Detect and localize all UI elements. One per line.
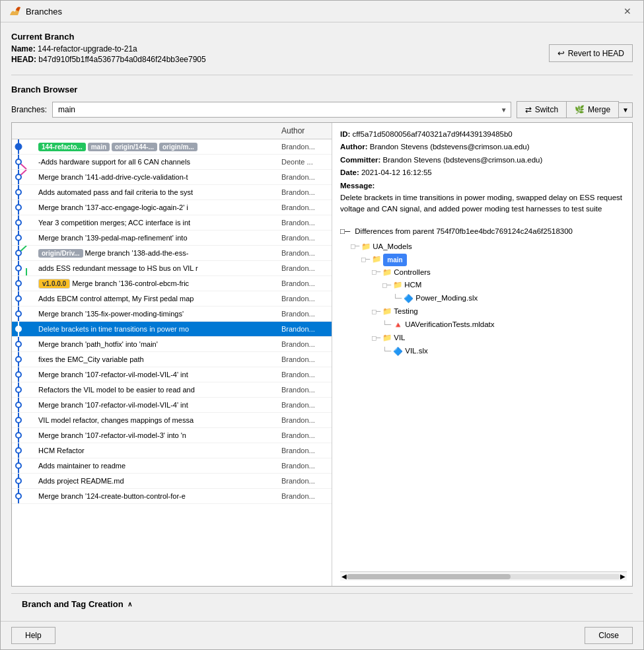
commit-message: Adds maintainer to readme: [38, 462, 276, 470]
list-item: □─ 📁 main: [340, 253, 627, 266]
table-row[interactable]: origin/Driv... Merge branch '138-add-the…: [12, 246, 332, 261]
table-row[interactable]: Merge branch '137-acc-engage-logic-again…: [12, 200, 332, 215]
table-row[interactable]: Adds automated pass and fail criteria to…: [12, 185, 332, 200]
branch-tag-creation-header[interactable]: Branch and Tag Creation ∧: [22, 599, 622, 609]
main-tag-badge: main: [383, 254, 406, 266]
switch-button[interactable]: ⇄ Switch: [517, 101, 567, 118]
tree-connector-icon: └─: [382, 319, 391, 332]
table-row[interactable]: Adds project README.md Brandon...: [12, 474, 332, 489]
graph-cell: [12, 215, 36, 230]
message-cell: fixes the EMC_City variable path: [36, 354, 279, 365]
commit-list-panel: Author 144-refacto: [12, 123, 332, 586]
commit-message: Adds project README.md: [38, 477, 276, 485]
commit-message: Merge branch '141-add-drive-cycle-valida…: [38, 173, 276, 181]
diff-tree[interactable]: □─ 📁 UA_Models □─ 📁 main: [340, 240, 627, 571]
table-row[interactable]: VIL model refactor, changes mappings of …: [12, 413, 332, 428]
horizontal-scrollbar[interactable]: ◀ ▶: [340, 571, 627, 581]
commit-message: Merge branch '135-fix-power-moding-timin…: [38, 310, 276, 318]
graph-cell: [12, 382, 36, 397]
message-cell: adds ESS redundant message to HS bus on …: [36, 263, 279, 273]
merge-button[interactable]: 🌿 Merge: [567, 101, 619, 118]
svg-point-5: [16, 159, 21, 164]
window-close-button[interactable]: ✕: [620, 5, 635, 18]
merge-dropdown-button[interactable]: ▼: [619, 102, 633, 118]
svg-point-46: [16, 448, 21, 453]
tree-node-label: Testing: [394, 305, 417, 318]
author-cell: Brandon...: [279, 339, 332, 349]
tree-connector-icon: └─: [382, 345, 391, 358]
table-row[interactable]: Refactors the VIL model to be easier to …: [12, 382, 332, 398]
table-row[interactable]: adds ESS redundant message to HS bus on …: [12, 261, 332, 276]
svg-point-8: [16, 174, 21, 180]
tree-connector-icon: □─: [372, 266, 380, 279]
table-row[interactable]: Merge branch 'path_hotfix' into 'main' B…: [12, 337, 332, 352]
table-row[interactable]: Merge branch '135-fix-power-moding-timin…: [12, 307, 332, 322]
table-row[interactable]: Adds EBCM control attempt, My First peda…: [12, 291, 332, 307]
date-label: Date:: [340, 168, 359, 176]
help-button[interactable]: Help: [11, 627, 55, 644]
message-cell: Year 3 competition merges; ACC interface…: [36, 217, 279, 228]
head-label: HEAD:: [11, 55, 36, 64]
message-cell: -Adds hardware support for all 6 CAN cha…: [36, 157, 279, 167]
table-row[interactable]: fixes the EMC_City variable path Brandon…: [12, 352, 332, 367]
message-cell: v1.0.0.0 Merge branch '136-control-ebcm-…: [36, 277, 279, 290]
scroll-right-icon[interactable]: ▶: [620, 571, 626, 581]
commit-message: Merge branch '107-refactor-vil-model-VIL…: [38, 371, 276, 379]
commit-list[interactable]: 144-refacto... main origin/144-... origi…: [12, 139, 332, 586]
commit-message: Refactors the VIL model to be easier to …: [38, 386, 276, 394]
list-item: └─ 🔷 VIL.slx: [340, 345, 627, 358]
table-row[interactable]: Adds maintainer to readme Brandon...: [12, 458, 332, 474]
svg-point-34: [16, 357, 21, 362]
branches-dropdown[interactable]: main: [52, 102, 511, 118]
message-cell: Adds maintainer to readme: [36, 460, 279, 471]
table-row[interactable]: Merge branch '139-pedal-map-refinement' …: [12, 231, 332, 246]
table-row[interactable]: Merge branch '107-refactor-vil-model-VIL…: [12, 367, 332, 382]
author-cell: Brandon...: [279, 278, 332, 289]
close-button[interactable]: Close: [585, 627, 633, 644]
list-item: └─ 🔺 UAVerificationTests.mldatx: [340, 318, 627, 332]
svg-point-32: [16, 342, 21, 347]
table-row[interactable]: 144-refacto... main origin/144-... origi…: [12, 139, 332, 155]
commit-message: -Adds hardware support for all 6 CAN cha…: [38, 158, 276, 166]
list-item: □─ 📁 Controllers: [340, 266, 627, 279]
message-cell: Merge branch '137-acc-engage-logic-again…: [36, 202, 279, 213]
message-cell: Adds project README.md: [36, 476, 279, 486]
diff-title-text: Differences from parent 754f70fb1ee4bdc7…: [355, 227, 573, 235]
author-cell: Brandon...: [279, 400, 332, 410]
table-row[interactable]: Delete brackets in time transitions in p…: [12, 322, 332, 337]
svg-point-36: [16, 372, 21, 377]
svg-point-12: [16, 205, 21, 210]
branch-head-row: HEAD: b47d910f5b1ff4a53677b4a0d846f24bb3…: [11, 55, 549, 64]
revert-to-head-button[interactable]: ↩ Revert to HEAD: [549, 44, 633, 62]
author-cell: Brandon...: [279, 369, 332, 380]
current-branch-section: Current Branch Name: 144-refactor-upgrad…: [11, 32, 633, 65]
table-row[interactable]: Merge branch '107-refactor-vil-model-VIL…: [12, 398, 332, 413]
graph-cell: [12, 489, 36, 503]
message-cell: Delete brackets in time transitions in p…: [36, 324, 279, 334]
branch-toolbar: Branches: main ▼ ⇄ Switch 🌿 Merge: [11, 101, 633, 118]
scroll-left-icon[interactable]: ◀: [341, 571, 347, 581]
window-title: Branches: [26, 7, 62, 17]
table-row[interactable]: Year 3 competition merges; ACC interface…: [12, 215, 332, 231]
table-row[interactable]: -Adds hardware support for all 6 CAN cha…: [12, 155, 332, 170]
tree-connector-icon: □─: [372, 332, 380, 345]
graph-cell: [12, 261, 36, 275]
detail-message-value: Delete brackets in time transitions in p…: [340, 192, 627, 215]
author-value: Brandon Stevens (bdstevens@crimson.ua.ed…: [370, 143, 530, 151]
table-row[interactable]: Merge branch '107-refactor-vil-model-3' …: [12, 428, 332, 443]
table-row[interactable]: Merge branch '141-add-drive-cycle-valida…: [12, 170, 332, 185]
tree-node-label: VIL.slx: [405, 345, 428, 358]
author-cell: Deonte ...: [279, 157, 332, 167]
svg-point-40: [16, 402, 21, 408]
graph-cell: [12, 155, 36, 169]
folder-icon: 📁: [382, 305, 392, 318]
table-row[interactable]: HCM Refactor Brandon...: [12, 443, 332, 458]
tree-node-label: VIL: [394, 332, 405, 345]
table-row[interactable]: v1.0.0.0 Merge branch '136-control-ebcm-…: [12, 276, 332, 291]
author-cell: Brandon...: [279, 445, 332, 456]
commit-panels: Author 144-refacto: [11, 122, 633, 587]
table-row[interactable]: Merge branch '124-create-button-control-…: [12, 489, 332, 504]
commit-message: Merge branch '137-acc-engage-logic-again…: [38, 203, 276, 211]
graph-cell: [12, 322, 36, 336]
message-cell: origin/Driv... Merge branch '138-add-the…: [36, 248, 279, 259]
